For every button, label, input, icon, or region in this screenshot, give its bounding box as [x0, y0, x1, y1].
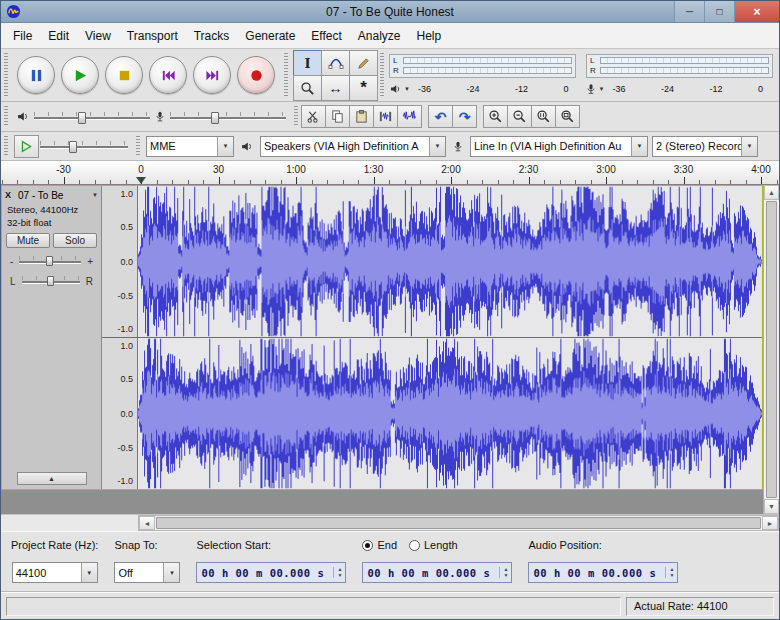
host-combo[interactable]: MME ▼: [146, 136, 234, 157]
transcription-toolbar-grip[interactable]: [4, 136, 8, 156]
input-volume-slider[interactable]: [168, 108, 288, 126]
length-radio-circle[interactable]: [409, 540, 420, 551]
playback-speed-slider[interactable]: [38, 137, 130, 155]
menu-item-transport[interactable]: Transport: [119, 25, 186, 47]
project-rate-combo[interactable]: 44100 ▼: [12, 562, 98, 583]
close-button[interactable]: ×: [734, 1, 779, 22]
undo-button[interactable]: ↶: [428, 105, 453, 128]
play-button[interactable]: [61, 56, 99, 94]
audio-position-field[interactable]: 00 h 00 m 00.000 s ▲▼: [528, 562, 678, 583]
snap-to-combo[interactable]: Off ▼: [114, 562, 180, 583]
input-device-combo[interactable]: Line In (VIA High Definition Au ▼: [470, 136, 648, 157]
end-radio-circle[interactable]: [362, 540, 373, 551]
slider-thumb[interactable]: [69, 141, 77, 153]
scroll-up-button[interactable]: ▲: [764, 185, 779, 200]
solo-button[interactable]: Solo: [53, 233, 97, 248]
transport-toolbar-grip[interactable]: [4, 53, 8, 97]
waveform-channel-left[interactable]: [138, 186, 762, 337]
waveform-channel-right[interactable]: [138, 338, 762, 489]
spin-down-icon[interactable]: ▼: [669, 573, 674, 578]
fit-selection-button[interactable]: [531, 105, 556, 128]
meter-toolbar-grip[interactable]: [380, 53, 384, 97]
vertical-scroll-thumb[interactable]: [766, 201, 777, 498]
minimize-button[interactable]: ─: [674, 1, 704, 22]
playback-meter-dropdown[interactable]: ▼: [389, 83, 410, 95]
fit-project-button[interactable]: [555, 105, 580, 128]
mixer-toolbar-grip[interactable]: [4, 106, 8, 127]
multi-tool-button[interactable]: *: [349, 75, 378, 101]
spinner[interactable]: ▲▼: [333, 567, 342, 578]
slider-thumb[interactable]: [211, 112, 219, 124]
scroll-down-button[interactable]: ▼: [764, 499, 779, 514]
horizontal-scroll-thumb[interactable]: [156, 517, 761, 529]
scroll-left-button[interactable]: ◄: [139, 516, 155, 530]
scroll-right-button[interactable]: ►: [762, 516, 778, 530]
stop-button[interactable]: [105, 56, 143, 94]
slider-thumb[interactable]: [46, 256, 53, 266]
forward-button[interactable]: [193, 56, 231, 94]
pause-button[interactable]: [17, 56, 55, 94]
track-collapse-button[interactable]: ▲: [17, 472, 87, 485]
draw-tool-button[interactable]: [349, 50, 378, 76]
gain-slider[interactable]: [17, 254, 83, 268]
output-device-combo[interactable]: Speakers (VIA High Definition A ▼: [260, 136, 446, 157]
menu-item-view[interactable]: View: [77, 25, 119, 47]
spinner[interactable]: ▲▼: [499, 567, 508, 578]
menu-item-file[interactable]: File: [5, 25, 40, 47]
length-radio[interactable]: Length: [409, 539, 458, 551]
silence-button[interactable]: [397, 105, 422, 128]
pan-slider[interactable]: [20, 274, 82, 288]
zoom-out-button[interactable]: [507, 105, 532, 128]
playback-meter[interactable]: L R: [389, 54, 576, 78]
play-at-speed-button[interactable]: [14, 135, 39, 158]
device-toolbar-grip[interactable]: [136, 136, 140, 156]
tools-toolbar-grip[interactable]: [284, 53, 288, 97]
track-area[interactable]: X 07 - To Be ▼ Stereo, 44100Hz 32-bit fl…: [1, 185, 779, 514]
timeline-ruler[interactable]: -300301:001:302:002:303:003:304:00: [1, 161, 779, 185]
horizontal-scrollbar[interactable]: ◄ ►: [138, 515, 779, 531]
spin-down-icon[interactable]: ▼: [503, 573, 508, 578]
menu-item-help[interactable]: Help: [409, 25, 450, 47]
selection-end-group: End Length 00 h 00 m 00.000 s ▲▼: [362, 539, 512, 583]
spin-down-icon[interactable]: ▼: [337, 573, 342, 578]
status-message-cell: [6, 597, 621, 616]
menu-bar: FileEditViewTransportTracksGenerateEffec…: [1, 23, 779, 49]
envelope-tool-button[interactable]: [321, 50, 350, 76]
record-button[interactable]: [237, 56, 275, 94]
trim-button[interactable]: [373, 105, 398, 128]
selection-tool-button[interactable]: I: [293, 50, 322, 76]
edit-toolbar-grip[interactable]: [294, 106, 298, 127]
menu-item-edit[interactable]: Edit: [40, 25, 77, 47]
selection-start-field[interactable]: 00 h 00 m 00.000 s ▲▼: [196, 562, 346, 583]
end-radio[interactable]: End: [362, 539, 397, 551]
recording-meter-dropdown[interactable]: ▼: [585, 83, 605, 95]
maximize-button[interactable]: □: [704, 1, 734, 22]
timeshift-tool-button[interactable]: ↔: [321, 75, 350, 101]
track-menu-arrow-icon[interactable]: ▼: [92, 192, 98, 198]
zoom-tool-button[interactable]: [293, 75, 322, 101]
mute-button[interactable]: Mute: [6, 233, 50, 248]
vertical-ruler[interactable]: 1.00.50.0-0.5-1.0: [102, 186, 138, 337]
track-close-button[interactable]: X: [5, 190, 15, 200]
vertical-scrollbar[interactable]: ▲ ▼: [763, 185, 779, 514]
output-volume-slider[interactable]: [32, 108, 152, 126]
cut-button[interactable]: [301, 105, 326, 128]
project-rate-value: 44100: [13, 567, 81, 579]
slider-thumb[interactable]: [47, 276, 54, 286]
rewind-button[interactable]: [149, 56, 187, 94]
menu-item-tracks[interactable]: Tracks: [186, 25, 238, 47]
track-title[interactable]: 07 - To Be: [18, 190, 89, 201]
redo-button[interactable]: ↷: [452, 105, 477, 128]
paste-button[interactable]: [349, 105, 374, 128]
menu-item-analyze[interactable]: Analyze: [350, 25, 409, 47]
spinner[interactable]: ▲▼: [665, 567, 674, 578]
copy-button[interactable]: [325, 105, 350, 128]
vertical-ruler[interactable]: 1.00.50.0-0.5-1.0: [102, 338, 138, 489]
menu-item-generate[interactable]: Generate: [237, 25, 303, 47]
recording-meter[interactable]: L R: [586, 54, 773, 78]
slider-thumb[interactable]: [78, 112, 86, 124]
selection-end-field[interactable]: 00 h 00 m 00.000 s ▲▼: [362, 562, 512, 583]
zoom-in-button[interactable]: [483, 105, 508, 128]
menu-item-effect[interactable]: Effect: [303, 25, 349, 47]
input-channels-combo[interactable]: 2 (Stereo) Record ▼: [652, 136, 758, 157]
